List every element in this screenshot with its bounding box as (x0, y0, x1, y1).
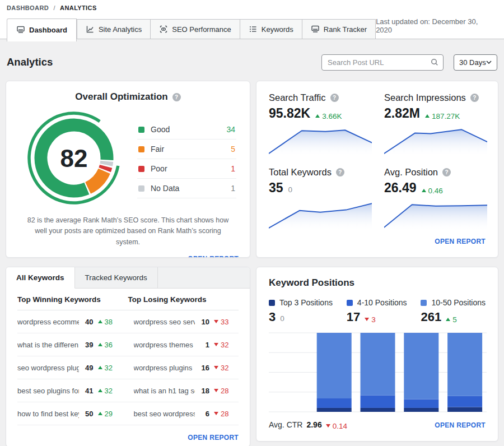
down-triangle-icon (214, 366, 218, 369)
period-select[interactable]: 30 Days (454, 54, 497, 71)
tab-label: Rank Tracker (324, 25, 367, 34)
page-title: Analytics (7, 56, 321, 68)
table-row: best seo plugins for ... 41 32 what is a… (17, 379, 239, 402)
legend-value-row: 261 5 (421, 310, 486, 324)
table-row: wordpress ecomme... 40 38 wordpress seo … (17, 310, 239, 333)
search-box (321, 54, 444, 71)
losing-cell[interactable]: best seo wordpress t... 6 28 (134, 410, 239, 418)
losing-cell[interactable]: wordpress themes free 1 32 (134, 341, 239, 349)
stat-label: Search Impressions (384, 92, 466, 103)
period-select-value: 30 Days (459, 58, 486, 67)
keyword-rank: 16 (195, 364, 209, 372)
tab-label: Site Analytics (99, 25, 142, 34)
help-icon[interactable] (172, 93, 181, 101)
monitor-icon (311, 25, 320, 34)
losing-cell[interactable]: what is an h1 tag seo 18 28 (134, 387, 239, 395)
open-report-link[interactable]: OPEN REPORT (188, 434, 239, 442)
card-footer: Avg. CTR 2.96 0.14 OPEN REPORT (269, 420, 486, 430)
optimization-description: 82 is the average Rank Math’s SEO score.… (17, 215, 239, 248)
down-triangle-icon (214, 320, 218, 323)
winning-cell[interactable]: wordpress ecomme... 40 38 (17, 318, 123, 326)
keyword-rank: 40 (79, 318, 94, 326)
table-row: what is the differen... 39 36 wordpress … (17, 333, 239, 356)
legend-value: 34 (226, 125, 235, 134)
tab-tracked-keywords[interactable]: Tracked Keywords (75, 267, 158, 288)
keyword-positions-bar-chart (269, 331, 487, 414)
open-report-link[interactable]: OPEN REPORT (188, 255, 239, 258)
tab-site-analytics[interactable]: Site Analytics (77, 19, 151, 39)
losing-cell[interactable]: wordpress seo servi... 10 33 (134, 318, 239, 326)
stat-value-row: 35 0 (269, 180, 372, 196)
keyword-text: what is the differen... (17, 341, 79, 349)
total-keywords-sparkline (269, 200, 372, 231)
optimization-donut-chart: 82 (26, 110, 122, 206)
legend-value: 5 (231, 145, 235, 154)
stat-label-row: Avg. Position (384, 167, 487, 178)
down-triangle-icon (365, 318, 369, 321)
legend-value-row: 3 0 (269, 310, 333, 324)
legend-label-row: Top 3 Positions (269, 298, 333, 307)
winning-cell[interactable]: best seo plugins for ... 41 32 (17, 387, 123, 395)
page-header: Analytics 30 Days (7, 54, 497, 71)
tab-seo-performance[interactable]: SEO Performance (151, 19, 240, 39)
avg-ctr-value: 2.96 (306, 420, 321, 429)
open-report-link[interactable]: OPEN REPORT (435, 238, 486, 245)
table-row: seo wordpress plugi... 49 32 wordpress p… (17, 356, 239, 379)
stats-grid: Search Traffic 95.82K 3.66K Search Impre… (269, 92, 486, 231)
legend-row-fair: Fair 5 (137, 140, 236, 159)
legend-row-no-data: No Data 1 (137, 179, 236, 198)
keywords-table-header: Top Winning Keywords Top Losing Keywords (17, 289, 239, 310)
breadcrumb-separator: / (54, 4, 55, 11)
help-icon[interactable] (470, 94, 479, 102)
legend-label: No Data (151, 184, 179, 193)
keyword-rank: 18 (195, 387, 209, 395)
winning-cell[interactable]: what is the differen... 39 36 (17, 341, 123, 349)
legend-top-3-positions: Top 3 Positions 3 0 (269, 298, 333, 324)
dashboard-icon (16, 25, 25, 34)
help-icon[interactable] (336, 168, 344, 176)
search-icon[interactable] (430, 58, 439, 67)
no-data-legend-square (138, 185, 144, 192)
page-content: Analytics 30 Days Overall Optimization 8… (0, 54, 504, 446)
legend-label: Poor (151, 164, 167, 173)
table-row: how to find best key... 50 29 best seo w… (17, 402, 239, 425)
legend-label: Good (151, 125, 170, 134)
winning-cell[interactable]: how to find best key... 50 29 (17, 410, 123, 418)
legend-4-10-positions: 4-10 Positions 17 3 (347, 298, 407, 324)
legend-label-row: 10-50 Positions (421, 298, 486, 307)
tab-all-keywords[interactable]: All Keywords (6, 267, 75, 289)
poor-legend-square (138, 166, 144, 172)
help-icon[interactable] (442, 168, 451, 176)
breadcrumb-dashboard-link[interactable]: DASHBOARD (7, 4, 49, 11)
stat-change: 3.66K (315, 112, 342, 120)
keyword-text: wordpress themes free (134, 341, 195, 349)
help-icon[interactable] (330, 94, 339, 102)
tab-keywords[interactable]: Keywords (240, 19, 302, 39)
chevron-down-icon (486, 61, 492, 64)
keyword-change: 38 (98, 318, 123, 326)
overall-optimization-title: Overall Optimization (75, 91, 167, 103)
tab-dashboard[interactable]: Dashboard (7, 18, 77, 41)
stat-change: 0 (288, 185, 293, 194)
stat-label-row: Total Keywords (269, 167, 372, 178)
winning-cell[interactable]: seo wordpress plugi... 49 32 (17, 364, 123, 372)
keyword-text: what is an h1 tag seo (134, 387, 195, 395)
legend-row-poor: Poor 1 (137, 159, 236, 179)
up-triangle-icon (98, 412, 102, 415)
up-triangle-icon (422, 189, 426, 192)
card-footer: OPEN REPORT (269, 236, 486, 246)
search-input[interactable] (321, 54, 444, 71)
stat-label: Avg. Position (384, 167, 438, 178)
tab-rank-tracker[interactable]: Rank Tracker (302, 19, 376, 39)
open-report-link[interactable]: OPEN REPORT (435, 421, 486, 429)
legend-value: 3 (269, 310, 276, 324)
stat-value: 95.82K (269, 106, 310, 121)
legend-change: 3 (365, 315, 376, 324)
down-triangle-icon (214, 343, 218, 346)
keyword-rank: 10 (195, 318, 209, 326)
losing-cell[interactable]: wordpress plugins 16 32 (134, 364, 239, 372)
avg-ctr-change: 0.14 (326, 422, 347, 430)
breadcrumb-current-page: ANALYTICS (60, 4, 97, 11)
up-triangle-icon (98, 343, 102, 346)
svg-text:82: 82 (60, 145, 88, 172)
